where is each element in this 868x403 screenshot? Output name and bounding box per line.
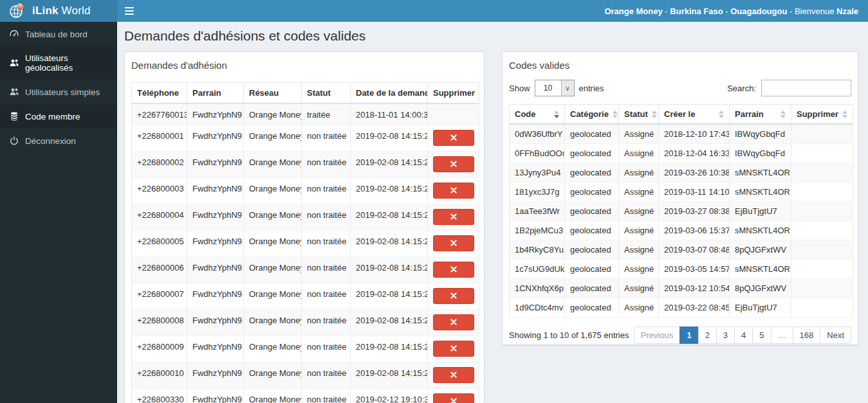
col-categorie-sortable[interactable]: Catégorie — [565, 105, 619, 125]
brand-name: iLink World — [32, 4, 91, 17]
table-row: 1c7sUG9dUkgeolocatedAssigné2019-03-05 14… — [510, 260, 853, 279]
sort-icon — [719, 111, 724, 118]
codes-table: Code Catégorie Statut Créer le Parrain S… — [509, 104, 853, 318]
sidebar-item-tableau-de-bord[interactable]: Tableau de bord — [0, 22, 117, 46]
pagination-page-3[interactable]: 3 — [716, 327, 735, 344]
close-icon — [450, 266, 457, 273]
pagination: Previous 1 2 3 4 5 … 168 Next — [634, 327, 851, 344]
dashboard-icon — [9, 29, 19, 39]
requests-panel-title: Demandes d'adhésion — [125, 52, 484, 77]
page-length-value: 10 — [535, 80, 561, 96]
table-row: +226800007 FwdhzYphN9 Orange Money non t… — [132, 283, 479, 309]
close-icon — [450, 292, 457, 299]
greeting-label: Bienvenue — [795, 6, 834, 16]
table-row: 0FFhBudOOmgeolocatedAssigné2018-12-04 16… — [510, 144, 853, 163]
svg-text:$: $ — [19, 4, 21, 7]
col-statut: Statut — [302, 83, 351, 104]
col-creer-le-sortable[interactable]: Créer le — [659, 105, 730, 125]
table-row: +226800002 FwdhzYphN9 Orange Money non t… — [132, 151, 479, 177]
page-length-select[interactable]: 10 ∨ — [535, 80, 575, 96]
close-icon — [450, 398, 457, 403]
entries-label: entries — [579, 84, 604, 93]
delete-request-button[interactable] — [433, 367, 474, 383]
sidebar-toggle-button[interactable] — [125, 6, 139, 16]
requests-table-header-row: Téléphone Parrain Réseau Statut Date de … — [132, 83, 479, 104]
power-icon — [9, 136, 19, 146]
sort-icon — [613, 111, 618, 118]
pagination-page-2[interactable]: 2 — [698, 327, 717, 344]
pagination-previous[interactable]: Previous — [634, 327, 681, 344]
table-row: 1b4RkyC8YugeolocatedAssigné2019-03-07 08… — [510, 240, 853, 260]
table-row: +226800006 FwdhzYphN9 Orange Money non t… — [132, 256, 479, 283]
table-row: +226800004 FwdhzYphN9 Orange Money non t… — [132, 204, 479, 230]
codes-table-header-row: Code Catégorie Statut Créer le Parrain S… — [510, 105, 853, 125]
table-row: 1d9CDtc4mvgeolocatedAssigné2019-03-22 08… — [510, 298, 853, 318]
col-telephone: Téléphone — [132, 83, 187, 104]
sort-icon — [554, 111, 559, 118]
delete-request-button[interactable] — [433, 183, 474, 199]
globe-pin-logo-icon: $ — [9, 3, 26, 19]
delete-request-button[interactable] — [433, 288, 474, 304]
delete-request-button[interactable] — [433, 314, 474, 330]
delete-request-button[interactable] — [433, 209, 474, 225]
sidebar-item-utilisateurs-simples[interactable]: Utilisateurs simples — [0, 80, 117, 104]
search-control: Search: — [727, 80, 851, 96]
sidebar: Tableau de bord Utilisateurs géolocalisé… — [0, 22, 117, 403]
delete-request-button[interactable] — [433, 341, 474, 357]
sort-icon — [780, 111, 786, 118]
delete-request-button[interactable] — [433, 130, 474, 146]
database-icon — [9, 111, 19, 121]
pagination-page-5[interactable]: 5 — [752, 327, 771, 344]
close-icon — [450, 372, 457, 378]
requests-table: Téléphone Parrain Réseau Statut Date de … — [131, 82, 479, 403]
requests-panel: Demandes d'adhésion Téléphone Parrain Ré… — [124, 51, 485, 403]
table-row: 1aaTee3fWrgeolocatedAssigné2019-03-27 08… — [510, 202, 853, 221]
users-icon — [9, 58, 19, 68]
search-input[interactable] — [761, 80, 851, 96]
col-date: Date de la demande — [351, 83, 428, 104]
pagination-next[interactable]: Next — [820, 327, 851, 344]
table-row: 0dW36UfbrYgeolocatedAssigné2018-12-10 17… — [510, 124, 853, 144]
col-parrain-sortable[interactable]: Parrain — [730, 105, 791, 125]
table-summary: Showing 1 to 10 of 1,675 entries — [509, 330, 629, 340]
pagination-page-1[interactable]: 1 — [679, 327, 698, 344]
sidebar-item-label: Utilisateurs simples — [25, 87, 100, 97]
col-supprimer-sortable[interactable]: Supprimer — [791, 105, 853, 125]
table-row: +226800010 FwdhzYphN9 Orange Money non t… — [132, 362, 479, 388]
close-icon — [450, 134, 457, 141]
page-length-control: Show 10 ∨ entries — [509, 80, 604, 96]
search-label: Search: — [727, 84, 756, 93]
col-reseau: Réseau — [244, 83, 302, 104]
sidebar-item-code-membre[interactable]: Code membre — [0, 104, 117, 129]
col-statut-sortable[interactable]: Statut — [619, 105, 659, 125]
pagination-page-168[interactable]: 168 — [793, 327, 821, 344]
username: Nzale — [836, 6, 858, 16]
table-row: +226800330 FwdhzYphN9 Orange Money non t… — [132, 388, 479, 403]
brand-logo[interactable]: $ iLink World — [0, 0, 117, 22]
sidebar-item-utilisateurs-geolocalises[interactable]: Utilisateurs géolocalisés — [0, 46, 117, 80]
close-icon — [450, 240, 457, 246]
table-row: +22677600139 FwdhzYphN9 Orange Money tra… — [132, 103, 479, 125]
codes-panel-title: Codes valides — [503, 52, 858, 77]
users-icon — [9, 87, 19, 97]
sort-icon — [842, 111, 847, 118]
app-root: $ iLink World Orange Money - Burkina Fas… — [0, 0, 868, 403]
sort-icon — [652, 111, 657, 118]
delete-request-button[interactable] — [433, 262, 474, 278]
delete-request-button[interactable] — [433, 235, 474, 251]
close-icon — [450, 345, 457, 352]
delete-request-button[interactable] — [433, 393, 474, 403]
table-row: +226800008 FwdhzYphN9 Orange Money non t… — [132, 309, 479, 336]
sidebar-item-label: Déconnexion — [25, 136, 76, 146]
table-row: +226800003 FwdhzYphN9 Orange Money non t… — [132, 177, 479, 204]
close-icon — [450, 319, 457, 325]
table-row: 1B2pjeMCu3geolocatedAssigné2019-03-06 15… — [510, 221, 853, 240]
close-icon — [450, 161, 457, 167]
sidebar-item-deconnexion[interactable]: Déconnexion — [0, 129, 117, 153]
page-title: Demandes d'adhésions et codes valides — [124, 28, 365, 44]
col-code-sortable[interactable]: Code — [510, 105, 565, 125]
country-name: Burkina Faso — [670, 6, 723, 16]
table-row: 181yxc3J7ggeolocatedAssigné2019-03-11 14… — [510, 183, 853, 202]
delete-request-button[interactable] — [433, 156, 474, 172]
pagination-page-4[interactable]: 4 — [734, 327, 753, 344]
